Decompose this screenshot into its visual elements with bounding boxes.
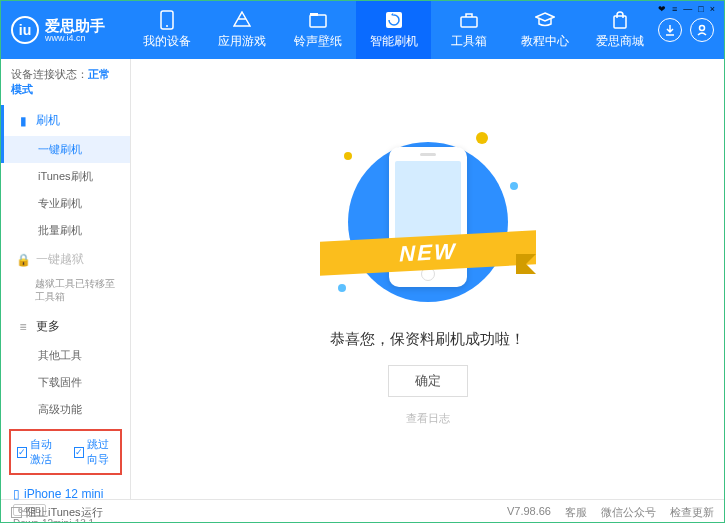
block-itunes-checkbox[interactable]: 阻止iTunes运行 — [11, 505, 103, 520]
wechat-link[interactable]: 微信公众号 — [601, 505, 656, 520]
main-nav: 我的设备 应用游戏 铃声壁纸 智能刷机 工具箱 教程中心 爱思商城 — [129, 1, 658, 59]
check-update-link[interactable]: 检查更新 — [670, 505, 714, 520]
auto-activate-checkbox[interactable]: ✓自动激活 — [17, 437, 58, 467]
sidebar-more[interactable]: ≡ 更多 — [1, 311, 130, 342]
options-highlight: ✓自动激活 ✓跳过向导 — [9, 429, 122, 475]
ok-button[interactable]: 确定 — [388, 365, 468, 397]
refresh-icon — [384, 10, 404, 30]
gift-icon[interactable]: ❤ — [658, 4, 666, 14]
skip-guide-checkbox[interactable]: ✓跳过向导 — [74, 437, 115, 467]
lock-icon: 🔒 — [16, 253, 30, 267]
maximize-icon[interactable]: □ — [698, 4, 703, 14]
phone-icon: ▮ — [16, 114, 30, 128]
device-icon: ▯ — [13, 487, 20, 501]
logo-icon: iu — [11, 16, 39, 44]
sidebar-advanced[interactable]: 高级功能 — [1, 396, 130, 423]
toolbox-icon — [459, 10, 479, 30]
sidebar-other-tools[interactable]: 其他工具 — [1, 342, 130, 369]
sidebar-itunes-flash[interactable]: iTunes刷机 — [1, 163, 130, 190]
more-icon: ≡ — [16, 320, 30, 334]
sidebar: 设备连接状态：正常模式 ▮ 刷机 一键刷机 iTunes刷机 专业刷机 批量刷机… — [1, 59, 131, 499]
svg-rect-3 — [310, 13, 318, 16]
sidebar-flash[interactable]: ▮ 刷机 — [1, 105, 130, 136]
app-title: 爱思助手 — [45, 18, 105, 33]
svg-point-7 — [700, 26, 705, 31]
user-button[interactable] — [690, 18, 714, 42]
connection-status: 设备连接状态：正常模式 — [1, 59, 130, 105]
svg-point-1 — [166, 25, 168, 27]
sidebar-jailbreak[interactable]: 🔒 一键越狱 — [1, 244, 130, 275]
success-message: 恭喜您，保资料刷机成功啦！ — [330, 330, 525, 349]
window-controls: ❤ ≡ — □ × — [658, 4, 715, 14]
apps-icon — [232, 10, 252, 30]
nav-my-device[interactable]: 我的设备 — [129, 1, 205, 59]
customer-service-link[interactable]: 客服 — [565, 505, 587, 520]
minimize-icon[interactable]: — — [683, 4, 692, 14]
sidebar-one-click-flash[interactable]: 一键刷机 — [1, 136, 130, 163]
nav-tutorials[interactable]: 教程中心 — [507, 1, 583, 59]
svg-rect-5 — [461, 17, 477, 27]
app-subtitle: www.i4.cn — [45, 33, 105, 43]
device-name: ▯ iPhone 12 mini — [13, 487, 118, 501]
view-log-link[interactable]: 查看日志 — [406, 411, 450, 426]
version-label: V7.98.66 — [507, 505, 551, 520]
header: iu 爱思助手 www.i4.cn 我的设备 应用游戏 铃声壁纸 智能刷机 工具… — [1, 1, 724, 59]
menu-icon[interactable]: ≡ — [672, 4, 677, 14]
jailbreak-note: 越狱工具已转移至工具箱 — [1, 275, 130, 311]
header-right — [658, 18, 714, 42]
nav-flash[interactable]: 智能刷机 — [356, 1, 432, 59]
nav-apps[interactable]: 应用游戏 — [205, 1, 281, 59]
phone-icon — [157, 10, 177, 30]
bag-icon — [610, 10, 630, 30]
nav-toolbox[interactable]: 工具箱 — [431, 1, 507, 59]
nav-ringtones[interactable]: 铃声壁纸 — [280, 1, 356, 59]
sidebar-batch-flash[interactable]: 批量刷机 — [1, 217, 130, 244]
close-icon[interactable]: × — [710, 4, 715, 14]
success-illustration: NEW — [338, 132, 518, 312]
logo[interactable]: iu 爱思助手 www.i4.cn — [11, 16, 129, 44]
graduation-icon — [535, 10, 555, 30]
download-button[interactable] — [658, 18, 682, 42]
sidebar-pro-flash[interactable]: 专业刷机 — [1, 190, 130, 217]
svg-rect-6 — [614, 16, 626, 28]
main-content: NEW 恭喜您，保资料刷机成功啦！ 确定 查看日志 — [131, 59, 724, 499]
ribbon-label: NEW — [320, 230, 536, 275]
folder-icon — [308, 10, 328, 30]
svg-rect-2 — [310, 15, 326, 27]
sidebar-download-firmware[interactable]: 下载固件 — [1, 369, 130, 396]
nav-store[interactable]: 爱思商城 — [582, 1, 658, 59]
